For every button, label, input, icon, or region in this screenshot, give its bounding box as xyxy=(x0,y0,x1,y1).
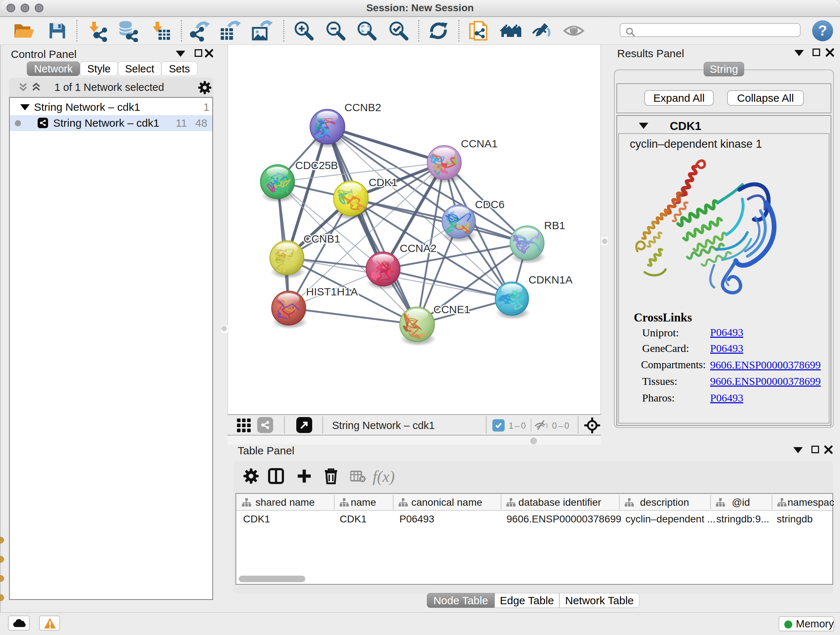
svg-text:CDC25B: CDC25B xyxy=(295,159,338,171)
svg-text:CCNB1: CCNB1 xyxy=(303,233,340,245)
svg-text:HIST1H1A: HIST1H1A xyxy=(306,286,358,298)
svg-text:CDC6: CDC6 xyxy=(475,198,505,211)
svg-text:CCNE1: CCNE1 xyxy=(433,303,470,315)
svg-text:CDKN1A: CDKN1A xyxy=(529,274,573,286)
svg-text:CCNB2: CCNB2 xyxy=(344,101,381,113)
svg-text:CDK1: CDK1 xyxy=(369,176,398,188)
svg-text:CCNA1: CCNA1 xyxy=(461,138,498,149)
svg-text:RB1: RB1 xyxy=(544,219,565,231)
svg-text:CCNA2: CCNA2 xyxy=(400,242,437,254)
